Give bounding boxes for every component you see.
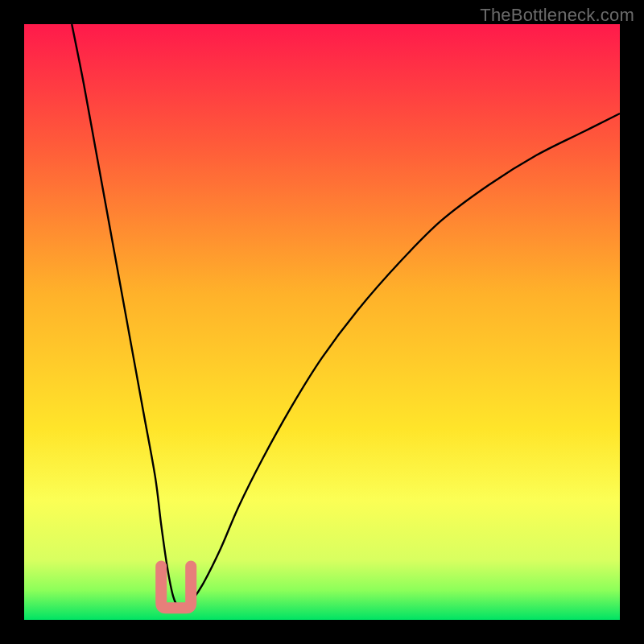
curve-layer (24, 24, 620, 620)
chart-stage: TheBottleneck.com (0, 0, 644, 644)
bottleneck-curve (72, 24, 620, 609)
watermark-text: TheBottleneck.com (480, 5, 634, 26)
plot-area (24, 24, 620, 620)
